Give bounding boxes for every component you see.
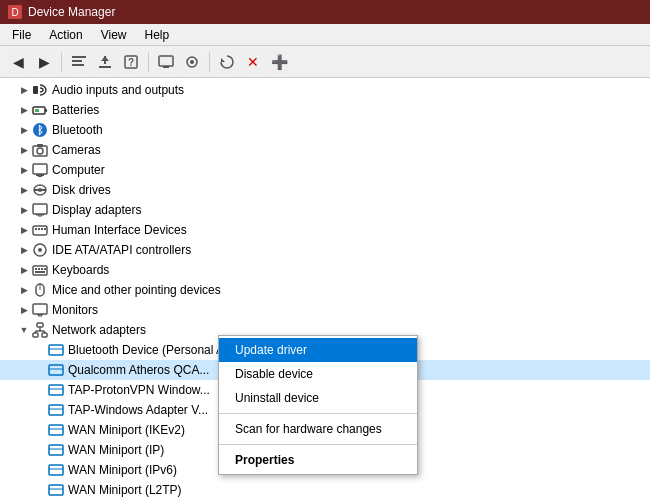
qualcomm-icon [48, 362, 64, 378]
tap-windows-icon [48, 402, 64, 418]
tree-node-mice[interactable]: Mice and other pointing devices [0, 280, 650, 300]
svg-rect-37 [44, 228, 46, 230]
expand-monitors[interactable] [16, 302, 32, 318]
hid-icon [32, 222, 48, 238]
tree-node-cameras[interactable]: Cameras [0, 140, 650, 160]
svg-rect-66 [49, 425, 63, 435]
mice-label: Mice and other pointing devices [52, 283, 221, 297]
update-driver-button[interactable] [93, 50, 117, 74]
display-label: Display adapters [52, 203, 141, 217]
cameras-label: Cameras [52, 143, 101, 157]
context-menu-update[interactable]: Update driver [219, 338, 417, 362]
tree-node-computer[interactable]: Computer [0, 160, 650, 180]
menu-help[interactable]: Help [137, 26, 178, 44]
context-menu-disable[interactable]: Disable device [219, 362, 417, 386]
svg-rect-62 [49, 385, 63, 395]
disk-icon [32, 182, 48, 198]
scan-button[interactable] [215, 50, 239, 74]
battery-icon [32, 102, 48, 118]
tree-node-bluetooth[interactable]: ᛒ Bluetooth [0, 120, 650, 140]
wan-l2tp-label: WAN Miniport (L2TP) [68, 483, 182, 497]
expand-cameras[interactable] [16, 142, 32, 158]
disk-label: Disk drives [52, 183, 111, 197]
toolbar: ◀ ▶ ? ✕ ➕ [0, 46, 650, 78]
wan-ikev2-icon [48, 422, 64, 438]
svg-rect-34 [35, 228, 37, 230]
tree-node-hid[interactable]: Human Interface Devices [0, 220, 650, 240]
display-icon [32, 202, 48, 218]
expand-wan-ip [32, 442, 48, 458]
context-menu-scan[interactable]: Scan for hardware changes [219, 417, 417, 441]
device-tree[interactable]: Audio inputs and outputs Batteries ᛒ Blu… [0, 78, 650, 500]
svg-rect-60 [49, 365, 63, 375]
wan-l2tp-icon [48, 482, 64, 498]
svg-rect-49 [37, 314, 43, 316]
svg-rect-24 [33, 164, 47, 174]
forward-button[interactable]: ▶ [32, 50, 56, 74]
svg-rect-51 [37, 323, 43, 327]
properties-button[interactable] [67, 50, 91, 74]
svg-rect-29 [34, 189, 46, 191]
audio-label: Audio inputs and outputs [52, 83, 184, 97]
computer-label: Computer [52, 163, 105, 177]
svg-rect-36 [41, 228, 43, 230]
main-content: Audio inputs and outputs Batteries ᛒ Blu… [0, 78, 650, 500]
keyboards-label: Keyboards [52, 263, 109, 277]
wan-ipv6-label: WAN Miniport (IPv6) [68, 463, 177, 477]
menu-file[interactable]: File [4, 26, 39, 44]
svg-rect-10 [159, 56, 173, 66]
svg-rect-43 [41, 268, 43, 270]
svg-text:?: ? [128, 57, 134, 68]
svg-rect-40 [33, 266, 47, 275]
svg-rect-4 [72, 64, 84, 66]
hid-label: Human Interface Devices [52, 223, 187, 237]
expand-disk[interactable] [16, 182, 32, 198]
qualcomm-label: Qualcomm Atheros QCA... [68, 363, 209, 377]
display-button[interactable] [154, 50, 178, 74]
expand-display[interactable] [16, 202, 32, 218]
tree-node-monitors[interactable]: Monitors [0, 300, 650, 320]
keyboard-icon [32, 262, 48, 278]
svg-rect-68 [49, 445, 63, 455]
svg-rect-11 [163, 66, 169, 68]
expand-batteries[interactable] [16, 102, 32, 118]
show-hidden-button[interactable] [180, 50, 204, 74]
expand-wan-l2tp [32, 482, 48, 498]
tree-node-disk[interactable]: Disk drives [0, 180, 650, 200]
help-button[interactable]: ? [119, 50, 143, 74]
svg-rect-52 [33, 333, 38, 337]
tree-node-keyboards[interactable]: Keyboards [0, 260, 650, 280]
svg-rect-41 [35, 268, 37, 270]
ide-label: IDE ATA/ATAPI controllers [52, 243, 191, 257]
expand-hid[interactable] [16, 222, 32, 238]
back-button[interactable]: ◀ [6, 50, 30, 74]
menu-view[interactable]: View [93, 26, 135, 44]
network-icon [32, 322, 48, 338]
tree-node-wan-l2tp[interactable]: WAN Miniport (L2TP) [0, 480, 650, 500]
expand-network[interactable] [16, 322, 32, 338]
network-label: Network adapters [52, 323, 146, 337]
context-menu-uninstall[interactable]: Uninstall device [219, 386, 417, 410]
context-menu-sep1 [219, 413, 417, 414]
menu-action[interactable]: Action [41, 26, 90, 44]
svg-text:D: D [11, 7, 18, 18]
expand-mice[interactable] [16, 282, 32, 298]
uninstall-button[interactable]: ✕ [241, 50, 265, 74]
expand-ide[interactable] [16, 242, 32, 258]
tree-node-ide[interactable]: IDE ATA/ATAPI controllers [0, 240, 650, 260]
context-menu-sep2 [219, 444, 417, 445]
expand-audio[interactable] [16, 82, 32, 98]
tree-node-audio[interactable]: Audio inputs and outputs [0, 80, 650, 100]
svg-marker-6 [101, 56, 109, 61]
expand-keyboards[interactable] [16, 262, 32, 278]
tree-node-batteries[interactable]: Batteries [0, 100, 650, 120]
svg-rect-7 [99, 66, 111, 68]
context-menu-properties[interactable]: Properties [219, 448, 417, 472]
toolbar-separator-1 [61, 52, 62, 72]
tree-node-display[interactable]: Display adapters [0, 200, 650, 220]
add-button[interactable]: ➕ [267, 50, 291, 74]
expand-computer[interactable] [16, 162, 32, 178]
svg-rect-64 [49, 405, 63, 415]
expand-bluetooth[interactable] [16, 122, 32, 138]
batteries-label: Batteries [52, 103, 99, 117]
